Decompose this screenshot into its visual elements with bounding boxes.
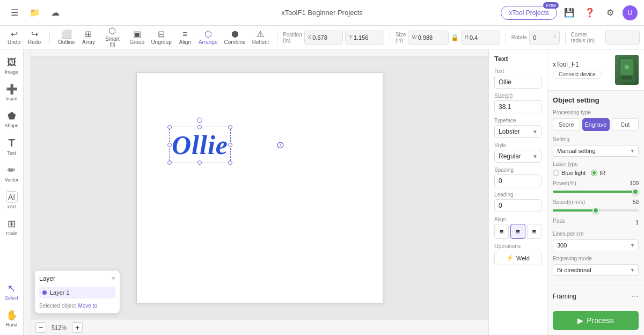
corner-input-group <box>605 31 640 45</box>
reflect-button[interactable]: ⚠ Reflect <box>250 27 272 48</box>
layer-menu-icon[interactable]: ≡ <box>112 275 115 282</box>
sidebar-item-vector[interactable]: ✏ Vector <box>2 161 22 186</box>
score-button[interactable]: Score <box>553 118 580 131</box>
size-field-label: Size(pt) <box>494 93 541 99</box>
corner-input[interactable] <box>609 34 636 41</box>
align-right-button[interactable]: ≡ <box>527 224 541 239</box>
zoom-level: 512% <box>49 324 69 331</box>
lines-select[interactable]: 300 <box>553 239 639 251</box>
power-row: Power(%) 100 <box>553 180 639 186</box>
speed-slider-thumb[interactable] <box>592 207 599 214</box>
xtool-projects-button[interactable]: xTool Projects Free <box>501 6 557 20</box>
position-label: Position (in) <box>283 32 302 43</box>
engrave-button[interactable]: Engrave <box>582 118 610 131</box>
arrange-icon: ⬡ <box>204 30 212 39</box>
align-label: Align <box>494 216 541 222</box>
canvas-paper[interactable]: Ollie ⊙ <box>136 72 383 303</box>
engrave-mode-select[interactable]: Bi-directional <box>553 264 639 276</box>
sidebar-item-shape[interactable]: ⬟ Shape <box>2 107 22 132</box>
cloud-button[interactable]: ☁ <box>47 5 63 21</box>
folder-button[interactable]: 📁 <box>27 5 43 21</box>
redo-button[interactable]: ↪ Redo <box>25 27 44 48</box>
w-input[interactable] <box>418 34 445 41</box>
handle-bottom-center[interactable] <box>197 161 202 165</box>
power-slider-thumb[interactable] <box>632 188 639 195</box>
sidebar-item-code[interactable]: ⊞ Code <box>2 215 22 239</box>
speed-slider-section: Speed(mm/s) 50 <box>553 199 639 214</box>
combine-button[interactable]: ⬢ Combine <box>222 27 248 48</box>
h-input[interactable] <box>470 34 496 41</box>
sidebar-item-select[interactable]: ↖ Select <box>2 279 22 304</box>
handle-bottom-right[interactable] <box>228 161 232 165</box>
leading-input[interactable] <box>494 199 541 212</box>
sidebar-item-xart[interactable]: AI xArt <box>2 188 22 213</box>
handle-top-left[interactable] <box>167 125 172 129</box>
align-center-button[interactable]: ≡ <box>510 224 525 239</box>
group-button[interactable]: ▣ Group <box>127 27 147 48</box>
arrange-button[interactable]: ⬡ Arrange <box>196 27 221 48</box>
power-slider-track[interactable] <box>553 188 639 195</box>
weld-button[interactable]: ⚡ Weld <box>494 251 541 265</box>
help-icon-button[interactable]: ❓ <box>582 5 598 21</box>
typeface-select[interactable]: Lobster <box>494 125 541 138</box>
canvas-area[interactable]: Ollie ⊙ Layer ≡ Layer 1 Selected object … <box>24 49 488 335</box>
speed-slider-track[interactable] <box>553 207 639 214</box>
rotate-input[interactable] <box>533 34 552 41</box>
setting-select[interactable]: Manual setting <box>553 145 639 157</box>
style-select-wrapper: Regular ▼ <box>494 150 541 163</box>
move-to-link[interactable]: Move to <box>78 303 97 309</box>
tools-group: ⬜ Outline ⊞ Array ⬡ Smart fill ▣ Group ⊟… <box>55 27 272 48</box>
text-element[interactable]: Ollie ⊙ <box>169 127 231 163</box>
zoom-in-button[interactable]: + <box>72 322 83 333</box>
cut-button[interactable]: Cut <box>612 118 639 131</box>
style-select[interactable]: Regular <box>494 150 541 163</box>
x-input[interactable] <box>312 34 339 41</box>
vector-icon: ✏ <box>8 164 16 176</box>
align-button[interactable]: ≡ Align <box>175 27 195 48</box>
menu-button[interactable]: ☰ <box>6 5 23 21</box>
handle-middle-right[interactable] <box>228 143 232 147</box>
handle-bottom-left[interactable] <box>167 161 172 165</box>
layer-1-item[interactable]: Layer 1 <box>39 287 115 298</box>
lock-icon[interactable]: 🔒 <box>451 34 459 41</box>
process-button[interactable]: ▶ Process <box>553 311 639 330</box>
undo-button[interactable]: ↩ Undo <box>4 27 24 48</box>
sidebar-item-insert[interactable]: ➕ Insert <box>2 80 22 105</box>
blue-light-radio[interactable]: Blue light <box>553 170 586 176</box>
avatar[interactable]: U <box>623 5 638 20</box>
process-button-container: ▶ Process <box>547 311 644 335</box>
layer-title: Layer <box>39 275 55 282</box>
array-button[interactable]: ⊞ Array <box>79 27 98 48</box>
w-label: W <box>412 34 416 40</box>
outline-button[interactable]: ⬜ Outline <box>55 27 78 48</box>
lines-select-wrapper: 300 ▼ <box>553 239 639 251</box>
sidebar-item-text[interactable]: T Text <box>2 134 22 159</box>
laser-type-section: Laser type Blue light IR <box>553 161 639 176</box>
sidebar-item-image[interactable]: 🖼 Image <box>2 54 22 78</box>
handle-middle-left[interactable] <box>167 143 172 147</box>
zoom-out-button[interactable]: − <box>35 322 46 333</box>
handle-top-center[interactable] <box>197 125 202 129</box>
typeface-select-wrapper: Lobster ▼ <box>494 125 541 138</box>
rotate-handle[interactable] <box>197 118 202 123</box>
framing-more-button[interactable]: ··· <box>632 292 639 301</box>
save-icon-button[interactable]: 💾 <box>561 5 577 21</box>
laser-radio-group: Blue light IR <box>553 170 639 176</box>
reflect-icon: ⚠ <box>257 30 264 39</box>
settings-icon-button[interactable]: ⚙ <box>602 5 618 21</box>
smart-fill-button[interactable]: ⬡ Smart fill <box>99 27 126 48</box>
y-input[interactable] <box>354 34 380 41</box>
xart-label: xArt <box>7 204 16 209</box>
vertical-ruler <box>24 49 31 335</box>
sidebar-item-hand[interactable]: ✋ Hand <box>2 306 22 331</box>
handle-top-right[interactable] <box>228 125 232 129</box>
main-area: 🖼 Image ➕ Insert ⬟ Shape T Text ✏ Vector… <box>0 49 644 335</box>
ir-radio[interactable]: IR <box>591 170 605 176</box>
align-left-button[interactable]: ≡ <box>494 224 509 239</box>
text-input[interactable] <box>494 76 541 89</box>
spacing-input[interactable] <box>494 174 541 187</box>
ungroup-button[interactable]: ⊟ Ungroup <box>148 27 174 48</box>
size-input[interactable] <box>494 100 541 113</box>
rotate-unit: ° <box>553 34 555 41</box>
connect-device-button[interactable]: Connect device <box>553 70 602 79</box>
